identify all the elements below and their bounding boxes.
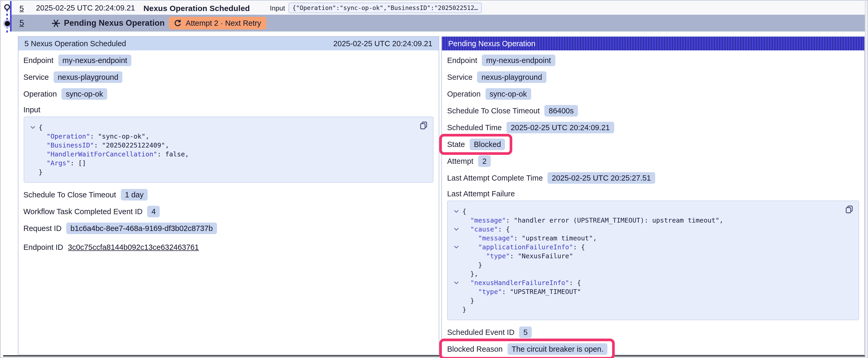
fold-gutter-empty — [454, 269, 462, 278]
timeline-event-dot-current — [5, 21, 10, 26]
json-key: "BusinessID" — [46, 141, 94, 150]
pending-asterisk-icon — [51, 19, 60, 28]
code-line: "type": "UPSTREAM_TIMEOUT" — [454, 287, 852, 296]
json-key: "message" — [478, 234, 514, 242]
field-value-request-id: b1c6a4bc-8ee7-468a-9169-df3b02c8737b — [66, 223, 217, 234]
pending-event-title: Pending Nexus Operation — [64, 19, 165, 28]
json-value: : "20250225122409", — [94, 141, 169, 150]
history-row-pending-nexus-operation[interactable]: 5 Pending Nexus Operation Attempt 2 · Ne… — [11, 15, 866, 32]
json-value: : { — [498, 225, 510, 234]
code-line: } — [30, 167, 427, 176]
json-value: : false, — [157, 150, 189, 159]
json-value: : "NexusFailure" — [510, 252, 573, 260]
json-value: : "upstream timeout", — [514, 234, 597, 242]
field-label-scheduled-event-id: Scheduled Event ID — [447, 328, 515, 336]
input-preview-label: Input — [270, 4, 285, 12]
json-value: { — [39, 123, 42, 132]
code-line: "BusinessID": "20250225122409", — [30, 141, 427, 150]
field-value-endpoint-id[interactable]: 3c0c75ccfa8144b092c13ce632463761 — [68, 243, 199, 252]
json-key: "applicationFailureInfo" — [478, 242, 573, 252]
pending-panel-title: Pending Nexus Operation — [448, 39, 535, 48]
code-line: } — [454, 296, 852, 305]
field-service: Servicenexus-playground — [447, 71, 859, 83]
fold-gutter-empty — [454, 305, 462, 314]
field-value-operation: sync-op-ok — [61, 88, 107, 100]
field-label-blocked-reason: Blocked Reason — [447, 345, 502, 353]
field-service: Servicenexus-playground — [23, 71, 433, 83]
fold-chevron-icon[interactable] — [454, 225, 462, 234]
json-value: : "sync-op-ok", — [90, 132, 150, 141]
fold-gutter-empty — [454, 287, 462, 296]
code-line: "message": "upstream timeout", — [454, 234, 852, 242]
fold-chevron-icon[interactable] — [454, 207, 462, 216]
event-timeline-gutter — [1, 1, 11, 358]
event-title: Nexus Operation Scheduled — [144, 3, 250, 12]
input-preview-chip: {"Operation":"sync-op-ok","BusinessID":"… — [289, 3, 482, 13]
fold-gutter-empty — [454, 296, 462, 305]
code-line: "applicationFailureInfo": { — [454, 242, 852, 252]
json-value: } — [478, 260, 482, 269]
code-line: "Args": [] — [30, 159, 427, 167]
window-frame: 5 2025-02-25 UTC 20:24:09.21 Nexus Opera… — [0, 0, 868, 358]
json-key: "Args" — [46, 159, 70, 167]
field-operation: Operationsync-op-ok — [23, 88, 433, 100]
field-label-workflow-task-completed-event-id: Workflow Task Completed Event ID — [23, 207, 143, 216]
event-id-link[interactable]: 5 — [20, 3, 24, 12]
code-line: } — [454, 305, 852, 314]
json-value: : { — [573, 242, 585, 252]
field-label-endpoint: Endpoint — [447, 56, 477, 65]
fold-chevron-icon[interactable] — [454, 278, 462, 287]
field-label-endpoint-id: Endpoint ID — [23, 243, 63, 252]
pending-panel-header-striped: Pending Nexus Operation — [442, 37, 864, 51]
field-request-id: Request IDb1c6a4bc-8ee7-468a-9169-df3b02… — [23, 223, 433, 234]
field-label-schedule-to-close-timeout: Schedule To Close Timeout — [23, 191, 116, 199]
field-last-attempt-complete-time: Last Attempt Complete Time2025-02-25 UTC… — [447, 172, 859, 184]
field-label-operation: Operation — [447, 90, 480, 98]
json-value: { — [462, 207, 466, 216]
fold-gutter-empty — [454, 234, 462, 242]
field-label-state: State — [447, 140, 465, 149]
fold-chevron-icon[interactable] — [454, 242, 462, 252]
retry-icon — [174, 19, 182, 27]
field-label-attempt: Attempt — [447, 157, 473, 165]
field-value-service: nexus-playground — [54, 71, 123, 83]
temporal-event-history-screen: 5 2025-02-25 UTC 20:24:09.21 Nexus Opera… — [0, 0, 868, 358]
code-line: { — [30, 123, 427, 132]
code-line: "message": "handler error (UPSTREAM_TIME… — [454, 216, 852, 225]
code-line: "HandlerWaitForCancellation": false, — [30, 150, 427, 159]
event-detail-panel-scheduled: 5 Nexus Operation Scheduled 2025-02-25 U… — [18, 36, 439, 355]
event-timestamp: 2025-02-25 UTC 20:24:09.21 — [36, 4, 135, 12]
fold-gutter-empty — [454, 252, 462, 260]
field-value-endpoint: my-nexus-endpoint — [58, 55, 132, 66]
field-scheduled-event-id: Scheduled Event ID5 — [447, 326, 859, 338]
code-line: } — [454, 260, 852, 269]
input-section-label: Input — [23, 105, 433, 115]
json-key: "type" — [486, 252, 510, 260]
retry-badge-label: Attempt 2 · Next Retry — [186, 19, 261, 27]
fold-gutter-empty — [454, 216, 462, 225]
code-line: "nexusHandlerFailureInfo": { — [454, 278, 852, 287]
event-id-link[interactable]: 5 — [20, 19, 24, 28]
json-key: "Operation" — [46, 132, 90, 141]
code-line: }, — [454, 269, 852, 278]
json-key: "cause" — [470, 225, 498, 234]
json-key: "message" — [470, 216, 506, 225]
fold-chevron-icon[interactable] — [30, 123, 39, 132]
json-value: : "UPSTREAM_TIMEOUT" — [502, 287, 581, 296]
copy-icon[interactable] — [420, 121, 428, 130]
field-value-attempt: 2 — [478, 155, 491, 167]
field-value-state: Blocked — [470, 138, 505, 150]
json-value: } — [39, 167, 42, 176]
field-schedule-to-close-timeout: Schedule To Close Timeout86400s — [447, 105, 859, 117]
json-value: : "handler error (UPSTREAM_TIMEOUT): ups… — [506, 216, 723, 225]
vertical-scrollbar[interactable] — [865, 1, 867, 358]
history-row-nexus-operation-scheduled[interactable]: 5 2025-02-25 UTC 20:24:09.21 Nexus Opera… — [11, 1, 866, 15]
json-key: "type" — [478, 287, 502, 296]
retry-attempt-badge: Attempt 2 · Next Retry — [169, 17, 267, 29]
pending-panel-body: Endpointmy-nexus-endpointServicenexus-pl… — [442, 51, 864, 358]
copy-icon[interactable] — [845, 205, 853, 214]
field-state: StateBlocked — [447, 138, 505, 150]
field-operation: Operationsync-op-ok — [447, 88, 859, 100]
field-endpoint: Endpointmy-nexus-endpoint — [447, 55, 859, 66]
code-line: "cause": { — [454, 225, 852, 234]
